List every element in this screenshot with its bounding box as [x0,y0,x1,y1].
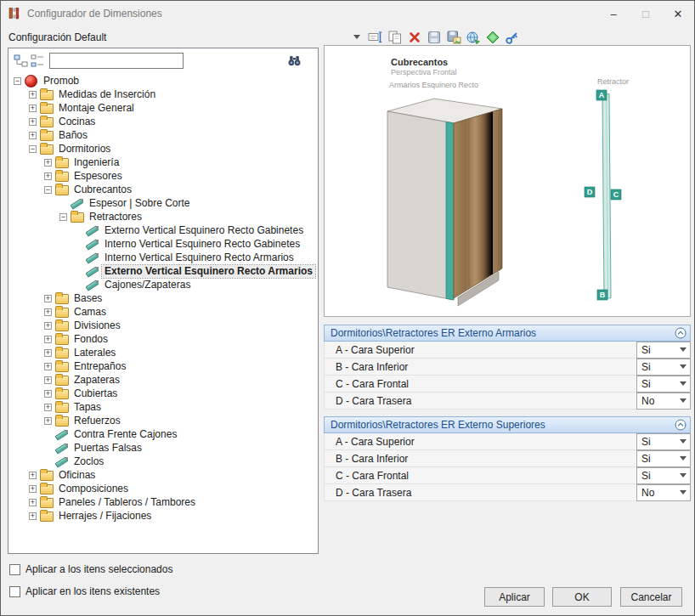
tree-item[interactable]: +Tapas [8,400,318,414]
expand-toggle[interactable]: + [44,349,52,357]
chevron-down-icon [676,456,690,461]
expand-toggle[interactable]: + [29,512,37,520]
minimize-button[interactable]: – [597,1,630,26]
dropdown-value: Si [637,344,676,356]
folder-icon [54,374,68,386]
tree-item[interactable]: Espesor | Sobre Corte [8,196,318,210]
expand-toggle[interactable]: + [44,295,52,302]
tree-item[interactable]: +Herrajes / Fijaciones [8,509,318,523]
value-dropdown[interactable]: Si [636,433,691,450]
expand-toggle[interactable]: + [44,336,52,343]
value-dropdown[interactable]: Si [636,467,691,484]
tree-list-icon[interactable] [29,52,46,69]
tree-item[interactable]: +Laterales [8,346,318,359]
save-image-button[interactable] [444,28,463,46]
chevron-down-icon [676,398,690,403]
expand-toggle[interactable]: + [44,308,52,316]
expand-toggle[interactable]: + [29,91,37,99]
save-config-button[interactable] [424,28,444,46]
tree-item[interactable]: +Bases [8,291,318,305]
close-button[interactable]: ✕ [662,1,694,26]
search-binoculars-icon[interactable] [285,52,302,69]
expand-toggle[interactable]: + [44,404,52,411]
collapse-button[interactable] [675,419,687,431]
tree-item[interactable]: +Composiciones [8,482,318,495]
expand-toggle[interactable]: + [44,322,52,330]
tree-structure-icon[interactable] [12,52,29,69]
tree-item[interactable]: −Dormitorios [8,142,318,155]
collapse-button[interactable] [675,327,687,339]
tree-item[interactable]: +Cocinas [8,115,318,128]
tree-item[interactable]: Cajones/Zapateras [8,278,318,291]
tree-item[interactable]: +Refuerzos [8,414,318,427]
rename-config-button[interactable] [365,28,385,46]
cancel-button[interactable]: Cancelar [620,587,682,607]
expand-toggle[interactable]: + [29,105,37,112]
tree-spacer [44,458,52,466]
tree-item[interactable]: Interno Vertical Esquinero Recto Gabinet… [8,237,318,251]
tree-item-label: Composiciones [56,483,131,495]
expand-toggle[interactable]: + [44,363,52,370]
search-input[interactable] [49,53,184,69]
apply-config-button[interactable] [483,28,502,46]
value-dropdown[interactable]: Si [636,450,691,467]
tree-item[interactable]: −Cubrecantos [8,183,318,196]
tree-item[interactable]: +Ingeniería [8,155,318,169]
maximize-button[interactable]: □ [630,1,662,26]
tree-item[interactable]: +Montaje General [8,101,318,115]
expand-toggle[interactable]: + [29,499,37,506]
tree-item[interactable]: Externo Vertical Esquinero Recto Armario… [8,264,318,278]
delete-config-button[interactable] [404,28,424,46]
tree-spacer [75,268,82,275]
expand-toggle[interactable]: − [14,77,21,85]
tree-item[interactable]: +Entrepaños [8,359,318,373]
tree-item[interactable]: +Zapateras [8,373,318,387]
tree-item[interactable]: Contra Frente Cajones [8,427,318,441]
expand-toggle[interactable]: − [29,145,37,153]
dropdown-value: Si [637,470,676,482]
tree-item[interactable]: −Promob [8,74,318,88]
ok-button[interactable]: OK [552,587,612,607]
tree-item[interactable]: Interno Vertical Esquinero Recto Armario… [8,251,318,264]
tree-item[interactable]: +Oficinas [8,468,318,482]
expand-toggle[interactable]: + [44,376,52,384]
expand-toggle[interactable]: + [29,132,37,139]
expand-toggle[interactable]: − [59,213,67,221]
value-dropdown[interactable]: No [636,393,691,410]
connection-key-button[interactable] [502,28,522,46]
value-dropdown[interactable]: Si [636,342,691,359]
config-select[interactable]: Configuración Default [7,28,365,46]
value-dropdown[interactable]: No [636,484,691,501]
tree-item[interactable]: +Medidas de Inserción [8,88,318,101]
expand-toggle[interactable]: − [44,186,52,194]
tree-item[interactable]: Puertas Falsas [8,441,318,455]
value-dropdown[interactable]: Si [636,376,691,393]
parameter-row: C - Cara FrontalSi [324,467,691,484]
tree-item[interactable]: −Retractores [8,210,318,223]
value-dropdown[interactable]: Si [636,359,691,376]
tree-item[interactable]: +Camas [8,305,318,319]
tree-item[interactable]: +Cubiertas [8,387,318,400]
expand-toggle[interactable]: + [44,159,52,167]
tree-item-label: Paneles / Tableros / Tambores [56,496,198,509]
expand-toggle[interactable]: + [44,390,52,398]
apply-button[interactable]: Aplicar [484,587,545,607]
apply-selected-checkbox[interactable] [9,564,20,575]
tree-item[interactable]: +Fondos [8,332,318,346]
expand-toggle[interactable]: + [29,485,37,493]
tree-item[interactable]: +Paneles / Tableros / Tambores [8,495,318,509]
tree-item[interactable]: Externo Vertical Esquinero Recto Gabinet… [8,223,318,237]
expand-toggle[interactable]: + [29,472,37,479]
export-web-button[interactable] [463,28,483,46]
tree-item[interactable]: Zoclos [8,455,318,468]
expand-toggle[interactable]: + [44,417,52,425]
expand-toggle[interactable]: + [44,172,52,180]
tree-item[interactable]: +Divisiones [8,319,318,332]
apply-existing-checkbox[interactable] [9,586,20,597]
tree-item[interactable]: +Baños [8,128,318,142]
tree-item[interactable]: +Espesores [8,169,318,183]
expand-toggle[interactable]: + [29,118,37,126]
apply-selected-checkbox-row: Aplicar a los itens seleccionados [9,563,172,575]
folder-icon [54,360,68,372]
duplicate-config-button[interactable] [385,28,404,46]
